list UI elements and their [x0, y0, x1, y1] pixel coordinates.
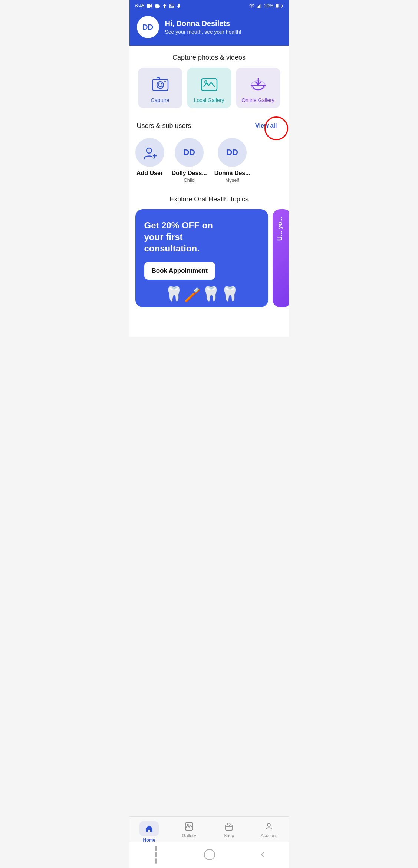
- add-user-avatar: [135, 138, 164, 167]
- svg-point-25: [147, 148, 152, 153]
- time-display: 6:45: [135, 3, 145, 9]
- status-bar: 6:45 39%: [129, 0, 289, 11]
- promo-card-2-text: U... yo...: [276, 217, 284, 241]
- add-user-name: Add User: [136, 170, 163, 177]
- download-icon: [177, 3, 181, 9]
- svg-rect-16: [276, 4, 278, 7]
- signal-icon: [257, 4, 262, 8]
- svg-rect-10: [257, 7, 258, 8]
- upload-icon: [162, 3, 167, 9]
- status-right: 39%: [249, 3, 283, 9]
- add-user-item[interactable]: Add User: [135, 138, 164, 183]
- online-gallery-card[interactable]: Online Gallery: [236, 68, 280, 108]
- dolly-avatar: DD: [175, 138, 204, 167]
- promo-text: Get 20% OFF on your first consultation.: [144, 220, 225, 254]
- svg-rect-0: [147, 4, 150, 8]
- local-gallery-icon: [200, 74, 219, 93]
- cloud-icon: [154, 4, 160, 8]
- local-gallery-label: Local Gallery: [194, 97, 224, 103]
- battery-icon: [276, 4, 283, 8]
- svg-point-9: [251, 7, 252, 8]
- svg-marker-5: [163, 4, 167, 8]
- promo-cards-row: Get 20% OFF on your first consultation. …: [135, 209, 283, 307]
- svg-rect-11: [258, 6, 259, 8]
- main-content: Capture photos & videos Capture: [129, 46, 289, 337]
- donna-avatar: DD: [218, 138, 247, 167]
- capture-section-title: Capture photos & videos: [129, 46, 289, 68]
- svg-rect-20: [157, 78, 160, 80]
- status-left: 6:45: [135, 3, 181, 9]
- svg-marker-8: [177, 4, 181, 8]
- capture-cards: Capture Local Gallery: [129, 68, 289, 116]
- tooth-2: 🦷: [202, 286, 220, 303]
- online-gallery-label: Online Gallery: [241, 97, 274, 103]
- svg-marker-1: [150, 4, 152, 8]
- promo-card-main: Get 20% OFF on your first consultation. …: [135, 209, 268, 307]
- view-all-button[interactable]: View all: [251, 119, 281, 132]
- battery-text: 39%: [264, 3, 273, 9]
- explore-section-title: Explore Oral Health Topics: [129, 192, 289, 209]
- header: DD Hi, Donna Desilets See your mouth, se…: [129, 11, 289, 46]
- video-icon: [147, 4, 152, 8]
- capture-icon: [151, 74, 170, 93]
- toothbrush-icon: 🪥: [184, 287, 201, 303]
- svg-rect-13: [261, 4, 262, 8]
- svg-point-23: [205, 81, 207, 83]
- tooth-3: 🦷: [221, 286, 238, 303]
- tooth-1: 🦷: [165, 286, 182, 303]
- promo-area: Get 20% OFF on your first consultation. …: [129, 209, 289, 307]
- users-list: Add User DD Dolly Dess... Child DD Donna…: [129, 138, 289, 192]
- header-text: Hi, Donna Desilets See your mouth, see y…: [165, 19, 241, 35]
- users-header: Users & sub users View all: [129, 116, 289, 138]
- capture-section: Capture photos & videos Capture: [129, 46, 289, 116]
- users-section-title: Users & sub users: [137, 122, 191, 130]
- teeth-illustration: 🦷 🪥 🦷 🦷: [144, 286, 259, 307]
- image-icon: [169, 4, 174, 8]
- donna-role: Myself: [225, 177, 239, 183]
- online-gallery-icon: [249, 74, 268, 93]
- svg-rect-17: [152, 79, 168, 91]
- svg-rect-12: [259, 5, 260, 8]
- svg-rect-15: [282, 5, 283, 7]
- local-gallery-card[interactable]: Local Gallery: [187, 68, 231, 108]
- dolly-user-item[interactable]: DD Dolly Dess... Child: [172, 138, 207, 183]
- greeting-text: Hi, Donna Desilets: [165, 19, 241, 28]
- wifi-icon: [249, 4, 255, 8]
- promo-card-secondary: U... yo...: [273, 209, 289, 307]
- subtitle-text: See your mouth, see your health!: [165, 29, 241, 35]
- book-appointment-button[interactable]: Book Appointment: [144, 262, 215, 280]
- svg-point-4: [157, 4, 159, 7]
- capture-card[interactable]: Capture: [138, 68, 182, 108]
- capture-card-label: Capture: [151, 97, 169, 103]
- svg-point-21: [164, 81, 166, 82]
- dolly-name: Dolly Dess...: [172, 170, 207, 177]
- avatar: DD: [137, 16, 159, 38]
- explore-section: Explore Oral Health Topics Get 20% OFF o…: [129, 192, 289, 307]
- dolly-role: Child: [184, 177, 195, 183]
- donna-user-item[interactable]: DD Donna Des... Myself: [214, 138, 250, 183]
- donna-name: Donna Des...: [214, 170, 250, 177]
- view-all-container: View all: [251, 119, 281, 132]
- svg-point-19: [158, 83, 162, 87]
- users-section: Users & sub users View all Add User: [129, 116, 289, 192]
- svg-point-18: [157, 82, 164, 88]
